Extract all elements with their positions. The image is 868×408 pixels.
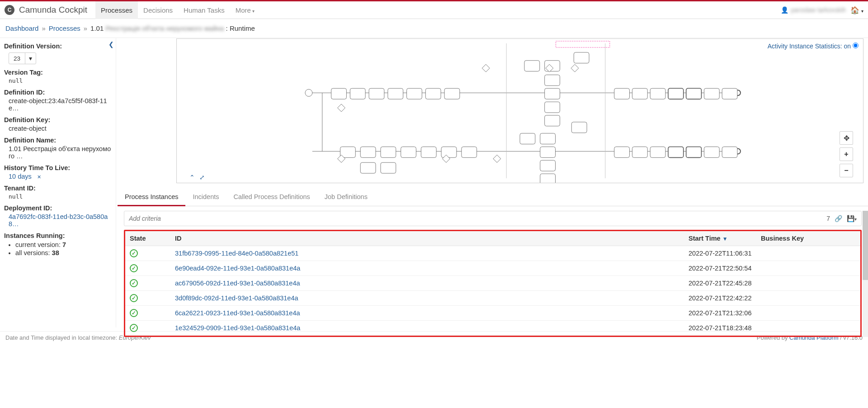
instance-id-link[interactable]: 6ca26221-0923-11ed-93e1-0a580a831e4a	[175, 309, 300, 317]
svg-rect-41	[540, 147, 556, 158]
instances-table-highlighted: State ID Start Time▼ Business Key ✓31fb6…	[124, 230, 862, 337]
svg-rect-50	[704, 147, 719, 158]
business-key-cell	[756, 306, 860, 321]
tab-incidents[interactable]: Incidents	[185, 189, 226, 206]
diagram-collapse-icon[interactable]: ⌃	[189, 174, 195, 181]
svg-rect-43	[540, 174, 556, 183]
table-row: ✓31fb6739-0995-11ed-84e0-0a580a821e51202…	[125, 246, 860, 261]
httl-value: 10 days ✕	[9, 173, 111, 180]
tab-called-definitions[interactable]: Called Process Definitions	[226, 189, 317, 206]
activity-stats-radio[interactable]	[853, 43, 859, 48]
svg-rect-38	[381, 162, 396, 173]
home-menu[interactable]: 🏠 ▾	[850, 6, 863, 14]
home-icon: 🏠	[850, 6, 859, 14]
svg-rect-14	[425, 88, 441, 99]
nav-more[interactable]: More▾	[230, 1, 260, 19]
tenant-id-value: null	[9, 193, 111, 200]
breadcrumb: Dashboard » Processes » 1.01 Реєстрація …	[0, 19, 868, 38]
svg-rect-15	[444, 88, 460, 99]
svg-point-0	[305, 89, 312, 96]
col-start-time[interactable]: Start Time▼	[684, 231, 756, 246]
zoom-out-button[interactable]: −	[840, 164, 853, 177]
bpmn-diagram[interactable]: Activity Instance Statistics: on	[176, 38, 863, 183]
start-time-cell: 2022-07-21T22:45:28	[684, 276, 756, 291]
svg-rect-33	[401, 147, 416, 158]
svg-rect-9	[331, 88, 347, 99]
activity-stats-toggle[interactable]: Activity Instance Statistics: on	[768, 43, 859, 50]
logo-icon[interactable]: C	[5, 5, 14, 15]
breadcrumb-processes[interactable]: Processes	[49, 24, 80, 32]
definition-name-label: Definition Name:	[4, 137, 111, 144]
svg-rect-24	[632, 88, 647, 99]
zoom-in-button[interactable]: +	[840, 147, 853, 161]
definition-version-select[interactable]: 23 ▾	[9, 52, 36, 64]
instance-id-link[interactable]: 3d0f89dc-092d-11ed-93e1-0a580a831e4a	[175, 294, 298, 302]
instance-id-link[interactable]: 31fb6739-0995-11ed-84e0-0a580a821e51	[175, 250, 298, 257]
table-row: ✓6ca26221-0923-11ed-93e1-0a580a831e4a202…	[125, 306, 860, 321]
bpmn-diagram-svg	[177, 39, 863, 183]
definition-version-value: 23	[9, 53, 25, 64]
filter-bar: 7 🔗 💾▾	[124, 211, 862, 226]
svg-rect-39	[520, 133, 535, 144]
httl-label: History Time To Live:	[4, 164, 111, 171]
svg-rect-12	[388, 88, 403, 99]
svg-rect-23	[614, 88, 630, 99]
svg-rect-35	[441, 147, 457, 158]
side-panel: ❮ Definition Version: 23 ▾ Version Tag: …	[0, 38, 116, 327]
state-ok-icon: ✓	[130, 324, 138, 332]
nav-processes[interactable]: Processes	[95, 1, 138, 19]
business-key-cell	[756, 246, 860, 261]
svg-rect-42	[540, 160, 556, 171]
link-icon[interactable]: 🔗	[835, 215, 842, 222]
svg-rect-32	[381, 147, 396, 158]
reset-zoom-button[interactable]: ✥	[840, 131, 853, 145]
tab-job-definitions[interactable]: Job Definitions	[317, 189, 375, 206]
filter-input[interactable]	[129, 215, 826, 222]
instances-table: State ID Start Time▼ Business Key ✓31fb6…	[125, 231, 860, 336]
top-navbar: C Camunda Cockpit Processes Decisions Hu…	[0, 0, 868, 19]
definition-version-label: Definition Version:	[4, 43, 111, 50]
col-id[interactable]: ID	[170, 231, 684, 246]
instance-id-link[interactable]: 1e324529-0909-11ed-93e1-0a580a831e4a	[175, 324, 300, 332]
svg-rect-51	[722, 147, 737, 158]
list-item: all versions: 38	[15, 249, 111, 256]
nav-decisions[interactable]: Decisions	[138, 1, 178, 19]
svg-rect-58	[493, 155, 501, 162]
svg-rect-36	[462, 147, 477, 158]
content-area: Activity Instance Statistics: on	[116, 38, 868, 327]
nav-human-tasks[interactable]: Human Tasks	[178, 1, 230, 19]
col-state[interactable]: State	[125, 231, 170, 246]
detail-tabs: Process Instances Incidents Called Proce…	[118, 189, 868, 206]
svg-rect-27	[686, 88, 702, 99]
httl-remove-icon[interactable]: ✕	[37, 174, 41, 180]
svg-rect-13	[407, 88, 422, 99]
definition-id-label: Definition ID:	[4, 89, 111, 96]
httl-link[interactable]: 10 days	[9, 173, 32, 180]
user-menu[interactable]: 👤 yaroslaw tarkovskih	[781, 6, 846, 14]
save-query-button[interactable]: 💾▾	[847, 215, 857, 222]
svg-rect-28	[704, 88, 719, 99]
svg-rect-16	[524, 61, 540, 71]
table-row: ✓6e90ead4-092e-11ed-93e1-0a580a831e4a202…	[125, 261, 860, 276]
svg-rect-31	[360, 147, 376, 158]
table-row: ✓ac679056-092d-11ed-93e1-0a580a831e4a202…	[125, 276, 860, 291]
col-business-key[interactable]: Business Key	[756, 231, 860, 246]
sort-desc-icon: ▼	[722, 236, 728, 242]
svg-rect-55	[571, 64, 579, 72]
start-time-cell: 2022-07-21T18:23:48	[684, 321, 756, 336]
instance-id-link[interactable]: ac679056-092d-11ed-93e1-0a580a831e4a	[175, 280, 300, 287]
chevron-down-icon[interactable]: ▾	[25, 53, 36, 64]
deployment-id-link[interactable]: 4a7692fc-083f-11ed-b23c-0a580a8…	[9, 213, 108, 228]
diagram-expand-icon[interactable]: ⤢	[199, 174, 205, 181]
brand-title: Camunda Cockpit	[19, 5, 87, 15]
svg-rect-45	[614, 147, 630, 158]
tenant-id-label: Tenant ID:	[4, 185, 111, 192]
business-key-cell	[756, 261, 860, 276]
tab-process-instances[interactable]: Process Instances	[118, 189, 185, 206]
scrollbar-thumb[interactable]	[863, 211, 868, 280]
version-tag-label: Version Tag:	[4, 69, 111, 76]
breadcrumb-dashboard[interactable]: Dashboard	[5, 24, 38, 32]
svg-rect-26	[668, 88, 684, 99]
collapse-sidebar-icon[interactable]: ❮	[108, 41, 114, 48]
instance-id-link[interactable]: 6e90ead4-092e-11ed-93e1-0a580a831e4a	[175, 265, 300, 272]
